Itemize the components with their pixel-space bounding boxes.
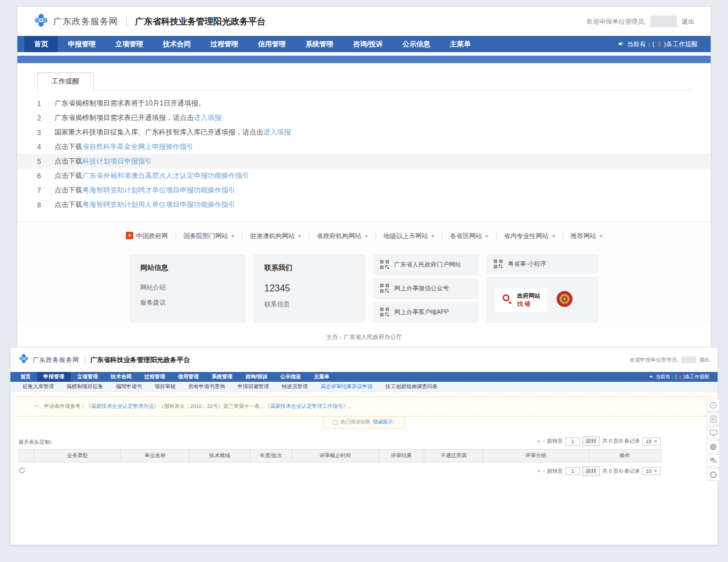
work-reminder-indicator[interactable]: 当前有：(8)条工作提醒	[649, 374, 714, 381]
submenu-item-collection[interactable]: 征集入库管理	[16, 383, 60, 391]
nav-item-project[interactable]: 立项管理	[71, 372, 104, 382]
item-text: 点击下载	[54, 156, 82, 166]
nav-item-credit[interactable]: 信用管理	[172, 372, 205, 382]
item-link[interactable]: 广东省外籍和港澳台高层次人才认定申报功能操作指引	[82, 171, 249, 181]
submenu-item-review-appeal[interactable]: 高企评审结果异议申诉	[314, 383, 379, 391]
nav-item-mainmenu[interactable]: 主菜单	[440, 36, 481, 52]
gov-link-specialized[interactable]: 省内专业性网站	[497, 232, 563, 240]
nav-item-home[interactable]: 首页	[14, 372, 37, 382]
page-size-value: 10	[646, 468, 651, 474]
gd-flower-logo-icon	[19, 353, 29, 366]
logout-link[interactable]: 退出	[699, 356, 709, 364]
submenu-item-project-audit[interactable]: 项目审核	[148, 383, 182, 391]
qr-label: 网上办事微信公众号	[394, 284, 449, 293]
magnifier-icon	[501, 293, 513, 307]
chat-tool-button[interactable]	[707, 454, 720, 467]
site-intro-link[interactable]: 网站介绍	[140, 283, 235, 292]
document-icon	[710, 415, 717, 423]
clock-tool-button[interactable]	[707, 399, 720, 411]
service-suggestion-link[interactable]: 服务建议	[140, 298, 235, 307]
item-link[interactable]: 粤海智聘资助计划用人单位项目申报功能操作指引	[82, 200, 235, 210]
gov-link-ministries[interactable]: 国务院部门网站	[176, 232, 242, 240]
help-icon: ?	[709, 443, 717, 451]
prev-page-icon[interactable]: ‹	[543, 468, 545, 474]
nav-item-project[interactable]: 立项管理	[105, 36, 153, 52]
item-number: 8	[37, 201, 54, 209]
submenu-item-write-application[interactable]: 编写申请书	[110, 383, 148, 391]
item-text: 点击下载	[54, 171, 82, 181]
page-number-input[interactable]	[565, 467, 580, 475]
nav-item-system[interactable]: 系统管理	[205, 372, 239, 382]
item-link[interactable]: 科技计划项目申报指引	[82, 156, 152, 166]
jump-button[interactable]: 跳转	[583, 436, 600, 446]
item-link[interactable]: 粤海智聘资助计划聘才单位项目申报功能操作指引	[82, 185, 235, 195]
monitor-tool-button[interactable]	[707, 426, 720, 439]
circle-tool-button[interactable]	[707, 468, 720, 481]
main-nav: 首页 申报管理 立项管理 技术合同 过程管理 信用管理 系统管理 咨询/投诉 公…	[17, 36, 711, 52]
nav-item-process[interactable]: 过程管理	[201, 36, 248, 52]
submenu-item-all-applications[interactable]: 所有申请书查询	[182, 383, 231, 391]
hide-hint-link[interactable]: 隐藏提示↑	[373, 419, 395, 426]
gov-link-provincial[interactable]: 省政府机构网站	[310, 232, 376, 240]
nav-item-consult[interactable]: 咨询/投诉	[239, 372, 274, 382]
gov-link-hkmo[interactable]: 驻港澳机构网站	[243, 232, 309, 240]
nav-item-credit[interactable]: 信用管理	[248, 36, 296, 52]
submenu-item-questionnaire[interactable]: 技工创新指南调查问卷	[379, 383, 444, 391]
jump-button[interactable]: 跳转	[583, 466, 600, 476]
first-page-icon[interactable]: «	[537, 468, 541, 474]
notice-link-guideline[interactable]: 高新技术企业认定管理工作指引	[270, 403, 343, 409]
nav-item-process[interactable]: 过程管理	[138, 372, 172, 382]
logout-link[interactable]: 退出	[682, 17, 694, 26]
help-tool-button[interactable]: ?	[707, 440, 720, 453]
col-tech-field: 技术领域	[190, 450, 250, 462]
gov-link-regions[interactable]: 各省区网站	[443, 232, 496, 240]
item-link[interactable]: 进入填报	[194, 113, 221, 123]
item-link[interactable]: 进入填报	[263, 127, 291, 137]
gov-link-recommended[interactable]: 推荐网站	[563, 232, 610, 240]
refresh-button[interactable]	[19, 466, 26, 476]
nav-item-contract[interactable]: 技术合同	[104, 372, 138, 382]
tab-row: 工作提醒	[37, 72, 691, 90]
item-link[interactable]: 省自然科学基金全网上申报操作指引	[82, 142, 194, 152]
gov-link-cities[interactable]: 地级以上市网站	[376, 232, 442, 240]
nav-item-declare[interactable]: 申报管理	[37, 372, 71, 382]
nav-item-declare[interactable]: 申报管理	[58, 36, 105, 52]
gov-link-label: 中国政府网	[136, 232, 168, 240]
item-number: 3	[37, 129, 54, 137]
acknowledge-checkbox[interactable]	[333, 420, 337, 425]
page-size-select[interactable]: 10	[642, 467, 661, 475]
gov-link-china[interactable]: 中国政府网	[118, 232, 176, 240]
nav-item-contract[interactable]: 技术合同	[153, 36, 201, 52]
contact-panel: 联系我们 12345 联系信息	[254, 254, 365, 323]
submenu-item-commissioner[interactable]: 特派员管理	[275, 383, 314, 391]
user-name-redacted	[681, 356, 696, 363]
customize-header-toggle[interactable]: 展开表头定制↓	[19, 439, 53, 446]
prev-page-icon[interactable]: ‹	[543, 439, 545, 444]
gov-link-label: 国务院部门网站	[184, 232, 228, 240]
submenu-item-jiebang[interactable]: 揭榜制项目征集	[60, 383, 110, 391]
contact-info-link[interactable]: 联系信息	[264, 300, 355, 309]
document-tool-button[interactable]	[707, 413, 720, 425]
page-number-input[interactable]	[565, 437, 580, 446]
nav-item-public[interactable]: 公示信息	[274, 372, 308, 382]
nav-item-mainmenu[interactable]: 主菜单	[308, 372, 336, 382]
nav-item-system[interactable]: 系统管理	[296, 36, 343, 52]
gov-link-label: 各省区网站	[450, 232, 482, 240]
col-actions: 操作	[589, 450, 661, 462]
nav-item-public[interactable]: 公示信息	[392, 36, 440, 52]
find-error-line2: 找错	[517, 300, 540, 308]
nav-item-home[interactable]: 首页	[24, 36, 58, 52]
pagination-bottom: « ‹ 跳转至 跳转 共 0 页/0 条记录 10	[537, 466, 661, 476]
reminder-list: 1广东省揭榜制项目需求表将于10月1日开通填报。 2广东省揭榜制项目需求表已开通…	[37, 90, 691, 212]
nav-item-consult[interactable]: 咨询/投诉	[343, 36, 392, 52]
notice-link-regulation[interactable]: 高新技术企业认定管理办法	[91, 403, 154, 409]
first-page-icon[interactable]: «	[537, 439, 541, 444]
work-reminder-indicator[interactable]: 当前有：(8)条工作提醒	[618, 40, 704, 49]
qr-column: 广东省人民政府门户网站 网上办事微信公众号 网上办事客户端APP	[373, 254, 479, 323]
acknowledge-label: 您已阅读知晓	[340, 419, 370, 426]
find-error-badge[interactable]: 政府网站 找错	[495, 288, 547, 312]
tab-work-reminder[interactable]: 工作提醒	[37, 72, 94, 90]
page-size-select[interactable]: 10	[642, 437, 661, 446]
col-review-group: 评审分组	[483, 450, 589, 462]
submenu-item-avoidance[interactable]: 申报回避管理	[231, 383, 275, 391]
